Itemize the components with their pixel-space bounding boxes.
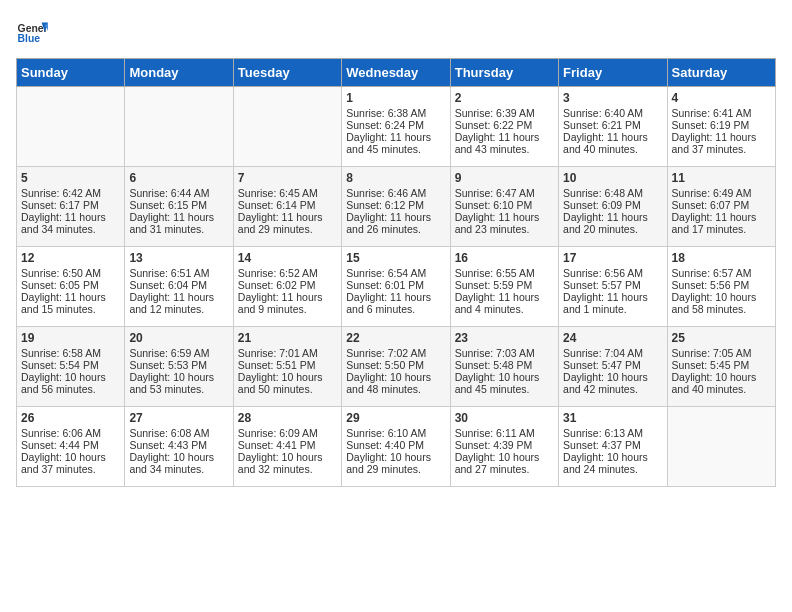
day-info: Sunrise: 6:44 AM	[129, 187, 228, 199]
calendar-cell: 31Sunrise: 6:13 AMSunset: 4:37 PMDayligh…	[559, 407, 667, 487]
day-number: 22	[346, 331, 445, 345]
day-info: Daylight: 11 hours and 40 minutes.	[563, 131, 662, 155]
day-info: Sunset: 6:15 PM	[129, 199, 228, 211]
day-info: Sunset: 6:17 PM	[21, 199, 120, 211]
day-number: 21	[238, 331, 337, 345]
day-info: Daylight: 10 hours and 27 minutes.	[455, 451, 554, 475]
day-info: Sunset: 5:45 PM	[672, 359, 771, 371]
day-info: Sunrise: 6:38 AM	[346, 107, 445, 119]
day-number: 13	[129, 251, 228, 265]
day-info: Sunset: 5:50 PM	[346, 359, 445, 371]
day-info: Sunrise: 6:56 AM	[563, 267, 662, 279]
calendar-cell: 2Sunrise: 6:39 AMSunset: 6:22 PMDaylight…	[450, 87, 558, 167]
day-number: 25	[672, 331, 771, 345]
calendar-week-row: 19Sunrise: 6:58 AMSunset: 5:54 PMDayligh…	[17, 327, 776, 407]
day-number: 20	[129, 331, 228, 345]
day-info: Sunset: 5:56 PM	[672, 279, 771, 291]
day-info: Sunrise: 7:05 AM	[672, 347, 771, 359]
weekday-header-saturday: Saturday	[667, 59, 775, 87]
calendar-cell: 27Sunrise: 6:08 AMSunset: 4:43 PMDayligh…	[125, 407, 233, 487]
day-info: Sunrise: 6:41 AM	[672, 107, 771, 119]
header: General Blue	[16, 16, 776, 48]
calendar-cell: 9Sunrise: 6:47 AMSunset: 6:10 PMDaylight…	[450, 167, 558, 247]
day-info: Daylight: 11 hours and 15 minutes.	[21, 291, 120, 315]
calendar-cell: 14Sunrise: 6:52 AMSunset: 6:02 PMDayligh…	[233, 247, 341, 327]
day-info: Daylight: 11 hours and 34 minutes.	[21, 211, 120, 235]
day-info: Sunrise: 6:47 AM	[455, 187, 554, 199]
day-info: Sunset: 4:41 PM	[238, 439, 337, 451]
calendar-cell: 6Sunrise: 6:44 AMSunset: 6:15 PMDaylight…	[125, 167, 233, 247]
day-info: Daylight: 11 hours and 12 minutes.	[129, 291, 228, 315]
day-info: Sunset: 4:39 PM	[455, 439, 554, 451]
weekday-header-thursday: Thursday	[450, 59, 558, 87]
day-info: Sunrise: 6:10 AM	[346, 427, 445, 439]
day-info: Sunset: 4:44 PM	[21, 439, 120, 451]
day-info: Daylight: 11 hours and 45 minutes.	[346, 131, 445, 155]
day-number: 11	[672, 171, 771, 185]
calendar-cell: 16Sunrise: 6:55 AMSunset: 5:59 PMDayligh…	[450, 247, 558, 327]
calendar-cell	[233, 87, 341, 167]
day-number: 30	[455, 411, 554, 425]
day-info: Sunrise: 7:04 AM	[563, 347, 662, 359]
weekday-header-monday: Monday	[125, 59, 233, 87]
day-info: Sunset: 4:37 PM	[563, 439, 662, 451]
day-info: Sunrise: 7:01 AM	[238, 347, 337, 359]
day-number: 5	[21, 171, 120, 185]
calendar-cell: 22Sunrise: 7:02 AMSunset: 5:50 PMDayligh…	[342, 327, 450, 407]
calendar-week-row: 1Sunrise: 6:38 AMSunset: 6:24 PMDaylight…	[17, 87, 776, 167]
calendar: SundayMondayTuesdayWednesdayThursdayFrid…	[16, 58, 776, 487]
day-info: Daylight: 10 hours and 48 minutes.	[346, 371, 445, 395]
weekday-header-friday: Friday	[559, 59, 667, 87]
weekday-header-row: SundayMondayTuesdayWednesdayThursdayFrid…	[17, 59, 776, 87]
day-info: Sunset: 6:02 PM	[238, 279, 337, 291]
day-info: Daylight: 11 hours and 23 minutes.	[455, 211, 554, 235]
calendar-cell: 25Sunrise: 7:05 AMSunset: 5:45 PMDayligh…	[667, 327, 775, 407]
day-number: 28	[238, 411, 337, 425]
day-info: Sunset: 5:59 PM	[455, 279, 554, 291]
calendar-cell: 29Sunrise: 6:10 AMSunset: 4:40 PMDayligh…	[342, 407, 450, 487]
day-info: Daylight: 11 hours and 37 minutes.	[672, 131, 771, 155]
calendar-cell	[667, 407, 775, 487]
calendar-week-row: 26Sunrise: 6:06 AMSunset: 4:44 PMDayligh…	[17, 407, 776, 487]
day-info: Daylight: 11 hours and 31 minutes.	[129, 211, 228, 235]
day-info: Daylight: 10 hours and 42 minutes.	[563, 371, 662, 395]
day-info: Sunrise: 6:50 AM	[21, 267, 120, 279]
calendar-cell: 11Sunrise: 6:49 AMSunset: 6:07 PMDayligh…	[667, 167, 775, 247]
calendar-cell: 13Sunrise: 6:51 AMSunset: 6:04 PMDayligh…	[125, 247, 233, 327]
svg-text:Blue: Blue	[18, 33, 41, 44]
day-info: Sunrise: 6:58 AM	[21, 347, 120, 359]
day-info: Daylight: 11 hours and 26 minutes.	[346, 211, 445, 235]
day-info: Sunrise: 6:54 AM	[346, 267, 445, 279]
day-info: Sunset: 6:19 PM	[672, 119, 771, 131]
day-number: 7	[238, 171, 337, 185]
day-info: Sunrise: 6:09 AM	[238, 427, 337, 439]
day-info: Sunrise: 6:11 AM	[455, 427, 554, 439]
day-info: Sunrise: 6:40 AM	[563, 107, 662, 119]
day-info: Daylight: 10 hours and 50 minutes.	[238, 371, 337, 395]
day-number: 3	[563, 91, 662, 105]
day-info: Daylight: 10 hours and 29 minutes.	[346, 451, 445, 475]
calendar-cell: 30Sunrise: 6:11 AMSunset: 4:39 PMDayligh…	[450, 407, 558, 487]
weekday-header-tuesday: Tuesday	[233, 59, 341, 87]
calendar-cell	[125, 87, 233, 167]
day-info: Sunset: 6:09 PM	[563, 199, 662, 211]
day-info: Daylight: 10 hours and 34 minutes.	[129, 451, 228, 475]
day-number: 29	[346, 411, 445, 425]
calendar-cell: 19Sunrise: 6:58 AMSunset: 5:54 PMDayligh…	[17, 327, 125, 407]
calendar-cell: 24Sunrise: 7:04 AMSunset: 5:47 PMDayligh…	[559, 327, 667, 407]
day-info: Sunrise: 6:45 AM	[238, 187, 337, 199]
day-number: 14	[238, 251, 337, 265]
day-info: Sunrise: 6:39 AM	[455, 107, 554, 119]
day-number: 8	[346, 171, 445, 185]
day-info: Sunset: 6:22 PM	[455, 119, 554, 131]
day-number: 18	[672, 251, 771, 265]
day-info: Sunset: 6:01 PM	[346, 279, 445, 291]
day-number: 9	[455, 171, 554, 185]
calendar-cell: 26Sunrise: 6:06 AMSunset: 4:44 PMDayligh…	[17, 407, 125, 487]
day-info: Sunrise: 6:55 AM	[455, 267, 554, 279]
day-info: Sunset: 6:04 PM	[129, 279, 228, 291]
day-number: 6	[129, 171, 228, 185]
day-info: Sunset: 6:10 PM	[455, 199, 554, 211]
calendar-cell: 15Sunrise: 6:54 AMSunset: 6:01 PMDayligh…	[342, 247, 450, 327]
calendar-week-row: 5Sunrise: 6:42 AMSunset: 6:17 PMDaylight…	[17, 167, 776, 247]
